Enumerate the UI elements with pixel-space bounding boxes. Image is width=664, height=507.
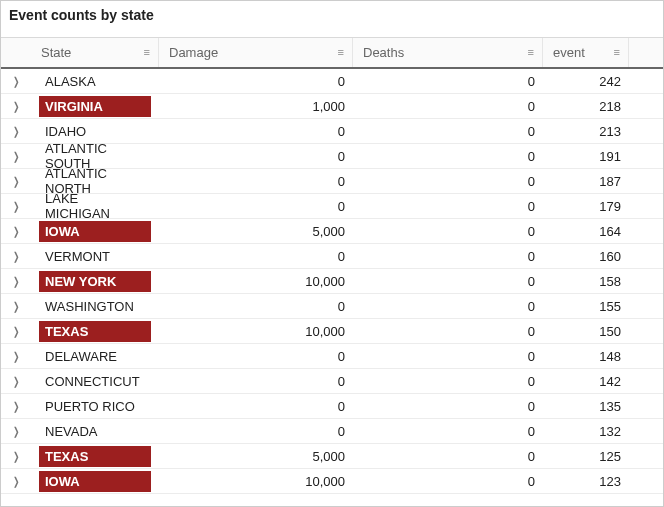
column-header-label: Damage [169, 45, 218, 60]
cell-deaths: 0 [353, 344, 543, 368]
filter-icon[interactable]: ≡ [338, 47, 344, 58]
table-row[interactable]: ❯IOWA10,0000123 [1, 469, 663, 494]
cell-damage: 0 [159, 144, 353, 168]
state-value: VIRGINIA [39, 96, 151, 117]
cell-deaths: 0 [353, 469, 543, 493]
cell-state: LAKE MICHIGAN [31, 194, 159, 218]
cell-damage: 0 [159, 344, 353, 368]
cell-event: 242 [543, 69, 629, 93]
expand-toggle[interactable]: ❯ [1, 294, 31, 318]
column-header-event[interactable]: event ≡ [543, 38, 629, 67]
filter-icon[interactable]: ≡ [144, 47, 150, 58]
table-row[interactable]: ❯PUERTO RICO00135 [1, 394, 663, 419]
cell-event: 155 [543, 294, 629, 318]
table-row[interactable]: ❯CONNECTICUT00142 [1, 369, 663, 394]
cell-damage: 0 [159, 169, 353, 193]
cell-damage: 5,000 [159, 444, 353, 468]
cell-deaths: 0 [353, 294, 543, 318]
cell-state: WASHINGTON [31, 294, 159, 318]
cell-deaths: 0 [353, 269, 543, 293]
table-row[interactable]: ❯TEXAS5,0000125 [1, 444, 663, 469]
chevron-right-icon: ❯ [13, 300, 19, 313]
expand-toggle[interactable]: ❯ [1, 344, 31, 368]
cell-damage: 0 [159, 194, 353, 218]
cell-state: TEXAS [31, 319, 159, 343]
table-row[interactable]: ❯NEVADA00132 [1, 419, 663, 444]
table-row[interactable]: ❯LAKE MICHIGAN00179 [1, 194, 663, 219]
expand-toggle[interactable]: ❯ [1, 444, 31, 468]
chevron-right-icon: ❯ [13, 375, 19, 388]
chevron-right-icon: ❯ [13, 400, 19, 413]
chevron-right-icon: ❯ [13, 325, 19, 338]
cell-deaths: 0 [353, 94, 543, 118]
cell-event: 132 [543, 419, 629, 443]
table-row[interactable]: ❯TEXAS10,0000150 [1, 319, 663, 344]
expand-toggle[interactable]: ❯ [1, 419, 31, 443]
cell-event: 148 [543, 344, 629, 368]
cell-state: PUERTO RICO [31, 394, 159, 418]
chevron-right-icon: ❯ [13, 350, 19, 363]
expand-toggle[interactable]: ❯ [1, 394, 31, 418]
column-header-label: Deaths [363, 45, 404, 60]
state-value: CONNECTICUT [39, 371, 151, 392]
cell-event: 125 [543, 444, 629, 468]
cell-event: 160 [543, 244, 629, 268]
cell-damage: 0 [159, 244, 353, 268]
table-row[interactable]: ❯NEW YORK10,0000158 [1, 269, 663, 294]
cell-damage: 1,000 [159, 94, 353, 118]
table-row[interactable]: ❯IOWA5,0000164 [1, 219, 663, 244]
expand-toggle[interactable]: ❯ [1, 94, 31, 118]
cell-event: 164 [543, 219, 629, 243]
cell-damage: 0 [159, 119, 353, 143]
state-value: TEXAS [39, 321, 151, 342]
expand-toggle[interactable]: ❯ [1, 369, 31, 393]
cell-state: NEVADA [31, 419, 159, 443]
expand-toggle[interactable]: ❯ [1, 119, 31, 143]
cell-state: IOWA [31, 469, 159, 493]
panel-title: Event counts by state [1, 1, 663, 37]
chevron-right-icon: ❯ [13, 275, 19, 288]
cell-event: 191 [543, 144, 629, 168]
table-row[interactable]: ❯ALASKA00242 [1, 69, 663, 94]
expand-toggle[interactable]: ❯ [1, 269, 31, 293]
state-value: NEVADA [39, 421, 151, 442]
state-value: IOWA [39, 221, 151, 242]
expand-toggle[interactable]: ❯ [1, 194, 31, 218]
state-value: WASHINGTON [39, 296, 151, 317]
expand-toggle[interactable]: ❯ [1, 69, 31, 93]
cell-state: CONNECTICUT [31, 369, 159, 393]
expand-toggle[interactable]: ❯ [1, 244, 31, 268]
cell-event: 218 [543, 94, 629, 118]
expand-toggle[interactable]: ❯ [1, 169, 31, 193]
cell-state: TEXAS [31, 444, 159, 468]
table-row[interactable]: ❯VERMONT00160 [1, 244, 663, 269]
cell-state: DELAWARE [31, 344, 159, 368]
table-row[interactable]: ❯VIRGINIA1,0000218 [1, 94, 663, 119]
filter-icon[interactable]: ≡ [528, 47, 534, 58]
column-header-state[interactable]: State ≡ [31, 38, 159, 67]
cell-event: 142 [543, 369, 629, 393]
results-grid: State ≡ Damage ≡ Deaths ≡ event ≡ ❯ALASK… [1, 37, 663, 494]
cell-deaths: 0 [353, 394, 543, 418]
cell-damage: 5,000 [159, 219, 353, 243]
filter-icon[interactable]: ≡ [614, 47, 620, 58]
chevron-right-icon: ❯ [13, 200, 19, 213]
chevron-right-icon: ❯ [13, 75, 19, 88]
expand-toggle[interactable]: ❯ [1, 319, 31, 343]
column-header-expand [1, 38, 31, 67]
cell-event: 213 [543, 119, 629, 143]
table-row[interactable]: ❯DELAWARE00148 [1, 344, 663, 369]
cell-deaths: 0 [353, 219, 543, 243]
cell-deaths: 0 [353, 419, 543, 443]
expand-toggle[interactable]: ❯ [1, 219, 31, 243]
cell-event: 158 [543, 269, 629, 293]
table-row[interactable]: ❯WASHINGTON00155 [1, 294, 663, 319]
column-header-damage[interactable]: Damage ≡ [159, 38, 353, 67]
expand-toggle[interactable]: ❯ [1, 469, 31, 493]
column-header-deaths[interactable]: Deaths ≡ [353, 38, 543, 67]
cell-deaths: 0 [353, 369, 543, 393]
cell-damage: 10,000 [159, 319, 353, 343]
cell-damage: 10,000 [159, 469, 353, 493]
chevron-right-icon: ❯ [13, 450, 19, 463]
expand-toggle[interactable]: ❯ [1, 144, 31, 168]
